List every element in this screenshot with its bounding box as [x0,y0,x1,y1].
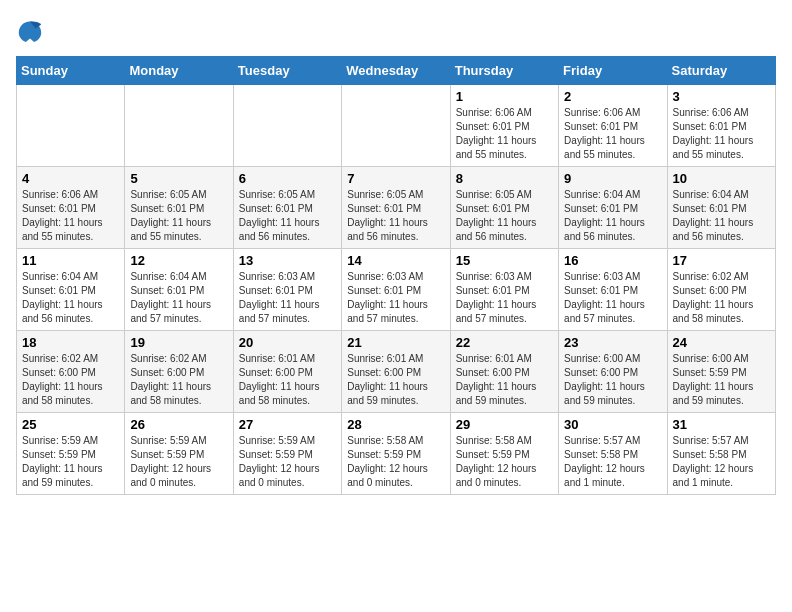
header-cell-tuesday: Tuesday [233,57,341,85]
day-number: 22 [456,335,553,350]
day-info: Sunrise: 6:01 AM Sunset: 6:00 PM Dayligh… [347,352,444,408]
day-cell [342,85,450,167]
day-number: 12 [130,253,227,268]
day-number: 14 [347,253,444,268]
day-number: 3 [673,89,770,104]
day-info: Sunrise: 5:57 AM Sunset: 5:58 PM Dayligh… [673,434,770,490]
day-number: 5 [130,171,227,186]
week-row-4: 18Sunrise: 6:02 AM Sunset: 6:00 PM Dayli… [17,331,776,413]
day-number: 28 [347,417,444,432]
header [16,16,776,44]
header-cell-wednesday: Wednesday [342,57,450,85]
week-row-2: 4Sunrise: 6:06 AM Sunset: 6:01 PM Daylig… [17,167,776,249]
day-cell: 16Sunrise: 6:03 AM Sunset: 6:01 PM Dayli… [559,249,667,331]
day-number: 20 [239,335,336,350]
day-info: Sunrise: 6:04 AM Sunset: 6:01 PM Dayligh… [673,188,770,244]
day-cell: 13Sunrise: 6:03 AM Sunset: 6:01 PM Dayli… [233,249,341,331]
header-cell-sunday: Sunday [17,57,125,85]
day-number: 7 [347,171,444,186]
header-row: SundayMondayTuesdayWednesdayThursdayFrid… [17,57,776,85]
day-cell: 25Sunrise: 5:59 AM Sunset: 5:59 PM Dayli… [17,413,125,495]
day-cell: 4Sunrise: 6:06 AM Sunset: 6:01 PM Daylig… [17,167,125,249]
day-cell: 29Sunrise: 5:58 AM Sunset: 5:59 PM Dayli… [450,413,558,495]
day-cell: 30Sunrise: 5:57 AM Sunset: 5:58 PM Dayli… [559,413,667,495]
day-info: Sunrise: 6:03 AM Sunset: 6:01 PM Dayligh… [347,270,444,326]
day-cell: 27Sunrise: 5:59 AM Sunset: 5:59 PM Dayli… [233,413,341,495]
day-cell: 9Sunrise: 6:04 AM Sunset: 6:01 PM Daylig… [559,167,667,249]
day-number: 8 [456,171,553,186]
day-info: Sunrise: 5:57 AM Sunset: 5:58 PM Dayligh… [564,434,661,490]
day-info: Sunrise: 6:04 AM Sunset: 6:01 PM Dayligh… [130,270,227,326]
day-number: 31 [673,417,770,432]
day-cell: 31Sunrise: 5:57 AM Sunset: 5:58 PM Dayli… [667,413,775,495]
header-cell-monday: Monday [125,57,233,85]
day-info: Sunrise: 6:03 AM Sunset: 6:01 PM Dayligh… [564,270,661,326]
day-info: Sunrise: 5:58 AM Sunset: 5:59 PM Dayligh… [347,434,444,490]
day-number: 23 [564,335,661,350]
day-number: 25 [22,417,119,432]
day-info: Sunrise: 6:01 AM Sunset: 6:00 PM Dayligh… [456,352,553,408]
day-number: 15 [456,253,553,268]
header-cell-thursday: Thursday [450,57,558,85]
day-number: 27 [239,417,336,432]
day-info: Sunrise: 6:05 AM Sunset: 6:01 PM Dayligh… [456,188,553,244]
day-number: 17 [673,253,770,268]
day-cell: 10Sunrise: 6:04 AM Sunset: 6:01 PM Dayli… [667,167,775,249]
day-cell: 23Sunrise: 6:00 AM Sunset: 6:00 PM Dayli… [559,331,667,413]
day-info: Sunrise: 5:59 AM Sunset: 5:59 PM Dayligh… [130,434,227,490]
day-info: Sunrise: 6:04 AM Sunset: 6:01 PM Dayligh… [564,188,661,244]
day-info: Sunrise: 6:03 AM Sunset: 6:01 PM Dayligh… [239,270,336,326]
day-cell: 17Sunrise: 6:02 AM Sunset: 6:00 PM Dayli… [667,249,775,331]
week-row-3: 11Sunrise: 6:04 AM Sunset: 6:01 PM Dayli… [17,249,776,331]
day-info: Sunrise: 6:02 AM Sunset: 6:00 PM Dayligh… [130,352,227,408]
day-info: Sunrise: 6:02 AM Sunset: 6:00 PM Dayligh… [673,270,770,326]
logo-icon [16,16,44,44]
day-info: Sunrise: 6:05 AM Sunset: 6:01 PM Dayligh… [347,188,444,244]
day-cell: 28Sunrise: 5:58 AM Sunset: 5:59 PM Dayli… [342,413,450,495]
day-cell: 26Sunrise: 5:59 AM Sunset: 5:59 PM Dayli… [125,413,233,495]
day-cell: 2Sunrise: 6:06 AM Sunset: 6:01 PM Daylig… [559,85,667,167]
day-number: 4 [22,171,119,186]
day-number: 2 [564,89,661,104]
day-number: 9 [564,171,661,186]
day-cell: 19Sunrise: 6:02 AM Sunset: 6:00 PM Dayli… [125,331,233,413]
day-number: 26 [130,417,227,432]
day-cell: 6Sunrise: 6:05 AM Sunset: 6:01 PM Daylig… [233,167,341,249]
day-number: 13 [239,253,336,268]
week-row-5: 25Sunrise: 5:59 AM Sunset: 5:59 PM Dayli… [17,413,776,495]
calendar-table: SundayMondayTuesdayWednesdayThursdayFrid… [16,56,776,495]
day-cell: 1Sunrise: 6:06 AM Sunset: 6:01 PM Daylig… [450,85,558,167]
day-cell: 3Sunrise: 6:06 AM Sunset: 6:01 PM Daylig… [667,85,775,167]
day-cell: 21Sunrise: 6:01 AM Sunset: 6:00 PM Dayli… [342,331,450,413]
day-number: 11 [22,253,119,268]
day-info: Sunrise: 6:03 AM Sunset: 6:01 PM Dayligh… [456,270,553,326]
day-info: Sunrise: 5:59 AM Sunset: 5:59 PM Dayligh… [239,434,336,490]
day-number: 29 [456,417,553,432]
day-info: Sunrise: 6:05 AM Sunset: 6:01 PM Dayligh… [130,188,227,244]
day-info: Sunrise: 6:06 AM Sunset: 6:01 PM Dayligh… [673,106,770,162]
day-info: Sunrise: 6:06 AM Sunset: 6:01 PM Dayligh… [456,106,553,162]
day-cell: 12Sunrise: 6:04 AM Sunset: 6:01 PM Dayli… [125,249,233,331]
day-cell: 22Sunrise: 6:01 AM Sunset: 6:00 PM Dayli… [450,331,558,413]
day-number: 10 [673,171,770,186]
day-info: Sunrise: 5:58 AM Sunset: 5:59 PM Dayligh… [456,434,553,490]
day-cell: 14Sunrise: 6:03 AM Sunset: 6:01 PM Dayli… [342,249,450,331]
day-cell: 20Sunrise: 6:01 AM Sunset: 6:00 PM Dayli… [233,331,341,413]
week-row-1: 1Sunrise: 6:06 AM Sunset: 6:01 PM Daylig… [17,85,776,167]
day-number: 1 [456,89,553,104]
day-info: Sunrise: 6:06 AM Sunset: 6:01 PM Dayligh… [22,188,119,244]
day-cell: 8Sunrise: 6:05 AM Sunset: 6:01 PM Daylig… [450,167,558,249]
day-number: 6 [239,171,336,186]
day-cell [17,85,125,167]
day-number: 24 [673,335,770,350]
day-info: Sunrise: 6:01 AM Sunset: 6:00 PM Dayligh… [239,352,336,408]
day-number: 16 [564,253,661,268]
day-info: Sunrise: 5:59 AM Sunset: 5:59 PM Dayligh… [22,434,119,490]
day-cell [233,85,341,167]
day-cell: 18Sunrise: 6:02 AM Sunset: 6:00 PM Dayli… [17,331,125,413]
day-number: 30 [564,417,661,432]
day-info: Sunrise: 6:05 AM Sunset: 6:01 PM Dayligh… [239,188,336,244]
day-info: Sunrise: 6:00 AM Sunset: 5:59 PM Dayligh… [673,352,770,408]
day-cell: 7Sunrise: 6:05 AM Sunset: 6:01 PM Daylig… [342,167,450,249]
header-cell-saturday: Saturday [667,57,775,85]
